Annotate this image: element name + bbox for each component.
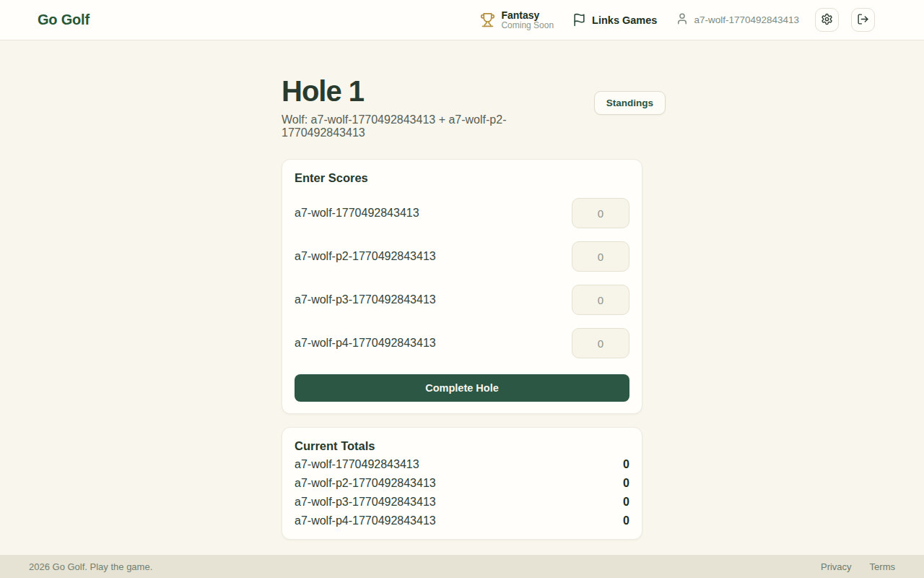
privacy-link[interactable]: Privacy	[821, 561, 852, 572]
enter-scores-card: Enter Scores a7-wolf-1770492843413 a7-wo…	[282, 159, 642, 414]
user-name: a7-wolf-1770492843413	[694, 14, 799, 25]
app-footer: 2026 Go Golf. Play the game. Privacy Ter…	[0, 555, 924, 578]
current-totals-title: Current Totals	[295, 439, 629, 453]
header-buttons	[815, 8, 875, 32]
enter-scores-title: Enter Scores	[295, 171, 629, 185]
user-chip: a7-wolf-1770492843413	[676, 12, 799, 28]
totals-row: a7-wolf-p4-1770492843413 0	[295, 514, 629, 527]
totals-row: a7-wolf-1770492843413 0	[295, 458, 629, 471]
totals-player-value: 0	[623, 496, 629, 509]
score-input-player-4[interactable]	[572, 328, 629, 358]
settings-button[interactable]	[815, 8, 839, 32]
score-input-player-1[interactable]	[572, 198, 629, 228]
nav-item-links-games[interactable]: Links Games	[572, 13, 657, 27]
page-head-text: Hole 1 Wolf: a7-wolf-1770492843413 + a7-…	[282, 75, 571, 139]
trophy-icon	[480, 12, 495, 27]
nav-item-fantasy[interactable]: Fantasy Coming Soon	[480, 9, 554, 31]
totals-player-name: a7-wolf-p4-1770492843413	[295, 514, 436, 527]
totals-player-name: a7-wolf-p3-1770492843413	[295, 496, 436, 509]
totals-player-name: a7-wolf-p2-1770492843413	[295, 477, 436, 490]
totals-player-value: 0	[623, 514, 629, 527]
logout-icon	[857, 13, 869, 27]
fantasy-text: Fantasy Coming Soon	[501, 9, 554, 31]
gear-icon	[821, 13, 833, 27]
player-label: a7-wolf-p4-1770492843413	[295, 337, 436, 350]
page-title: Hole 1	[282, 75, 571, 107]
fantasy-sublabel: Coming Soon	[501, 21, 554, 31]
standings-button[interactable]: Standings	[594, 91, 666, 115]
score-row: a7-wolf-p2-1770492843413	[295, 241, 629, 272]
logout-button[interactable]	[851, 8, 875, 32]
footer-copyright: 2026 Go Golf. Play the game.	[29, 561, 152, 572]
fantasy-label: Fantasy	[501, 9, 554, 21]
totals-player-value: 0	[623, 458, 629, 471]
page-head: Hole 1 Wolf: a7-wolf-1770492843413 + a7-…	[282, 75, 642, 139]
score-row: a7-wolf-p4-1770492843413	[295, 328, 629, 358]
current-totals-card: Current Totals a7-wolf-1770492843413 0 a…	[282, 427, 642, 540]
player-label: a7-wolf-p3-1770492843413	[295, 293, 436, 306]
score-row: a7-wolf-1770492843413	[295, 198, 629, 228]
totals-row: a7-wolf-p2-1770492843413 0	[295, 477, 629, 490]
player-label: a7-wolf-p2-1770492843413	[295, 250, 436, 263]
user-icon	[676, 12, 689, 28]
totals-player-value: 0	[623, 477, 629, 490]
app-header: Go Golf Fantasy Coming Soon Links Games	[0, 0, 924, 40]
score-input-player-3[interactable]	[572, 285, 629, 315]
complete-hole-button[interactable]: Complete Hole	[295, 374, 629, 402]
footer-links: Privacy Terms	[821, 561, 895, 572]
terms-link[interactable]: Terms	[870, 561, 895, 572]
totals-player-name: a7-wolf-1770492843413	[295, 458, 419, 471]
flag-icon	[572, 13, 586, 27]
header-nav: Fantasy Coming Soon Links Games a7-wolf-…	[480, 8, 875, 32]
score-input-player-2[interactable]	[572, 241, 629, 272]
score-row: a7-wolf-p3-1770492843413	[295, 285, 629, 315]
totals-row: a7-wolf-p3-1770492843413 0	[295, 496, 629, 509]
page-subtitle: Wolf: a7-wolf-1770492843413 + a7-wolf-p2…	[282, 113, 571, 139]
app-logo[interactable]: Go Golf	[38, 12, 90, 28]
links-games-label: Links Games	[592, 14, 657, 26]
player-label: a7-wolf-1770492843413	[295, 207, 419, 220]
main-content: Hole 1 Wolf: a7-wolf-1770492843413 + a7-…	[0, 40, 924, 555]
